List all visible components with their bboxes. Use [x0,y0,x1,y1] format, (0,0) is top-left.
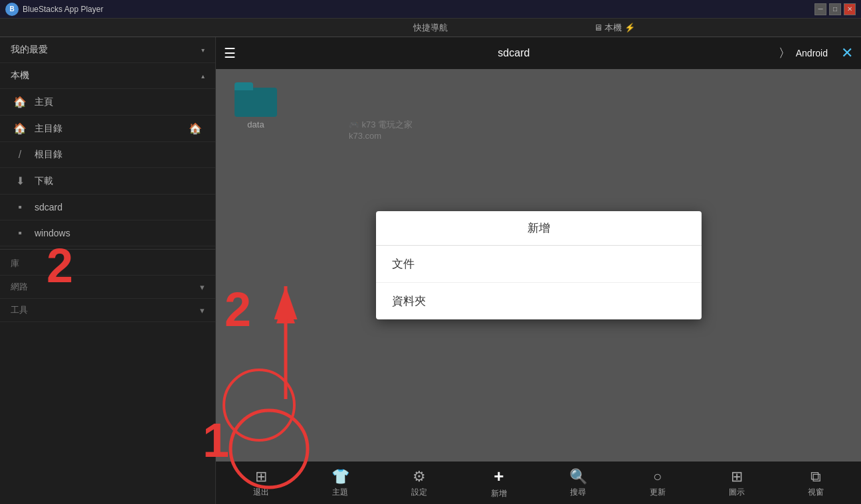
window-controls: ─ □ ✕ [814,3,856,15]
bracket-icon: 〉 [779,45,791,61]
network-chevron: ▾ [200,282,205,292]
quick-nav-label: 快捷導航 [413,22,448,34]
maindir-icon: 🏠 [13,122,27,135]
android-topbar: ☰ sdcard 〉 Android ✕ [216,37,861,69]
bottom-btn-grid[interactable]: ⊞ 圖示 [714,468,760,498]
app-title: BlueStacks App Player [23,5,103,14]
bottom-btn-search[interactable]: 🔍 搜尋 [555,468,601,498]
path-label: sdcard [249,47,779,59]
bottom-btn-theme[interactable]: 👕 主題 [317,468,363,498]
app-logo: B [5,3,19,16]
bottom-btn-refresh[interactable]: ○ 更新 [634,468,681,498]
topbar-right: Android [796,48,828,58]
theme-label: 主題 [332,487,348,498]
maximize-button[interactable]: □ [829,3,841,15]
sidebar-rootdir-label: 根目錄 [35,149,62,161]
library-label: 庫 [11,258,19,270]
sidebar-item-maindir[interactable]: 🏠 主目錄 🏠 [0,116,215,142]
download-icon: ⬇ [13,175,27,187]
title-bar-left: B BlueStacks App Player [5,3,103,16]
minimize-button[interactable]: ─ [814,3,826,15]
sidebar-maindir-label: 主目錄 [35,123,62,135]
dialog: 新增 文件 資料夾 [376,211,702,319]
settings-label: 設定 [411,487,427,498]
refresh-label: 更新 [650,487,666,498]
window-icon: ⧉ [811,468,821,485]
sidebar-sdcard-label: sdcard [35,202,62,212]
local-label: 本機 [11,70,29,82]
local-indicator: 🖥 本機 ⚡ [594,22,635,34]
dialog-title: 新增 [376,211,702,246]
sidebar-item-windows[interactable]: ▪ windows [0,220,215,246]
dialog-item-file[interactable]: 文件 [376,246,702,283]
bottom-btn-exit[interactable]: ⊞ 退出 [238,468,284,498]
dialog-overlay: 新增 文件 資料夾 [216,69,861,462]
local-chevron: ▴ [201,72,205,80]
theme-icon: 👕 [332,468,349,485]
search-label: 搜尋 [570,487,586,498]
title-bar: B BlueStacks App Player ─ □ ✕ [0,0,861,19]
sidebar-home-label: 主頁 [35,96,53,108]
sidebar-download-label: 下載 [35,175,53,187]
file-area: data 2 🎮 k73 電玩之家k73.com 新增 文件 資料夾 [216,69,861,462]
bottom-btn-window[interactable]: ⧉ 視窗 [793,468,839,498]
sidebar-divider-1 [0,249,215,250]
favorites-label: 我的最愛 [11,44,48,56]
sidebar: 我的最愛 ▾ 本機 ▴ 🏠 主頁 🏠 主目錄 🏠 / 根目錄 ⬇ 下載 [0,37,216,504]
settings-icon: ⚙ [413,468,426,485]
search-icon: 🔍 [569,468,587,485]
topbar-close-icon[interactable]: ✕ [841,44,853,62]
android-label: Android [796,48,828,58]
grid-icon: ⊞ [731,468,743,485]
dialog-item-folder[interactable]: 資料夾 [376,283,702,319]
grid-label: 圖示 [729,487,745,498]
sidebar-item-sdcard[interactable]: ▪ sdcard [0,195,215,220]
content-area: ☰ sdcard 〉 Android ✕ data 2 🎮 k73 電玩之家k7… [216,37,861,504]
exit-icon: ⊞ [255,468,267,485]
network-label: 網路 [11,281,28,293]
window-label: 視窗 [808,487,824,498]
rootdir-icon: / [13,149,27,161]
sidebar-network-header[interactable]: 網路 ▾ [0,276,215,299]
add-label: 新增 [491,488,507,499]
refresh-icon: ○ [653,468,662,485]
quick-nav-bar: 快捷導航 🖥 本機 ⚡ [0,19,861,37]
main-layout: 我的最愛 ▾ 本機 ▴ 🏠 主頁 🏠 主目錄 🏠 / 根目錄 ⬇ 下載 [0,37,861,504]
sidebar-local-header[interactable]: 本機 ▴ [0,63,215,89]
sidebar-tools-header[interactable]: 工具 ▾ [0,299,215,322]
close-button[interactable]: ✕ [844,3,856,15]
maindir-active-icon: 🏠 [189,122,202,135]
home-icon: 🏠 [13,96,27,108]
hamburger-menu[interactable]: ☰ [224,45,236,61]
windows-icon: ▪ [13,227,27,239]
sidebar-favorites-header[interactable]: 我的最愛 ▾ [0,37,215,63]
add-icon: + [494,466,504,487]
tools-chevron: ▾ [200,305,205,315]
sidebar-item-home[interactable]: 🏠 主頁 [0,89,215,116]
bottom-btn-settings[interactable]: ⚙ 設定 [396,468,442,498]
sidebar-library-header[interactable]: 庫 [0,252,215,276]
sidebar-item-rootdir[interactable]: / 根目錄 [0,142,215,168]
sidebar-windows-label: windows [35,228,70,238]
sidebar-item-download[interactable]: ⬇ 下載 [0,168,215,195]
bottom-btn-add[interactable]: + 新增 [476,466,522,499]
android-bottombar: ⊞ 退出 👕 主題 ⚙ 設定 + 新增 🔍 搜尋 ○ 更新 [216,462,861,504]
tools-label: 工具 [11,304,28,316]
favorites-chevron: ▾ [201,46,205,54]
exit-label: 退出 [253,487,269,498]
sdcard-icon: ▪ [13,201,27,213]
